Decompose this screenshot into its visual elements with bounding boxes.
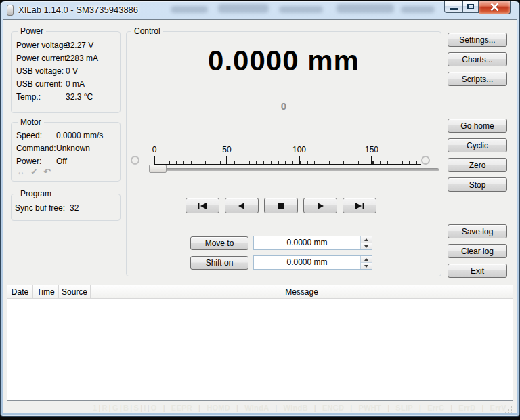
shift-on-value[interactable]: 0.0000 mm (254, 256, 360, 269)
status-flag: SLIP (381, 403, 413, 413)
left-limit-indicator (131, 156, 139, 165)
status-flag: WindA (230, 403, 269, 413)
power-current-label: Power current: (16, 54, 69, 63)
zero-label: Zero (469, 161, 486, 170)
zero-button[interactable]: Zero (448, 158, 507, 172)
shift-on-spin-buttons (360, 256, 372, 269)
go-home-label: Go home (460, 121, 494, 131)
log-header-message: Message (91, 285, 513, 298)
status-flag: PWHT (344, 403, 381, 413)
minimize-icon (450, 8, 458, 10)
save-log-label: Save log (462, 227, 494, 236)
power-voltage-value: 32.27 V (66, 41, 93, 50)
move-to-button-label: Move to (205, 238, 234, 248)
spin-down-button[interactable] (361, 263, 372, 269)
window-titlebar[interactable]: XILab 1.14.0 - SM3735943886 (0, 1, 520, 19)
exit-button[interactable]: Exit (448, 264, 507, 278)
scale-baseline (154, 164, 421, 165)
exit-label: Exit (471, 266, 484, 276)
motor-group-title: Motor (18, 117, 44, 127)
skip-to-end-button[interactable] (343, 198, 376, 213)
slider-handle[interactable] (149, 165, 167, 173)
right-limit-indicator (421, 156, 430, 165)
status-flag: ErrC (413, 403, 444, 413)
status-flag: B (118, 403, 129, 413)
scale-tick-100: 100 (292, 145, 306, 154)
log-header-source: Source (59, 285, 91, 298)
temp-label: Temp.: (16, 92, 41, 102)
move-to-spin-buttons (360, 236, 372, 249)
stop-button[interactable]: Stop (448, 177, 507, 192)
temp-value: 32.3 °C (66, 92, 93, 102)
close-button[interactable] (479, 1, 511, 14)
spin-up-button[interactable] (361, 256, 372, 263)
usb-current-label: USB current: (16, 79, 63, 89)
status-flag: O (146, 403, 157, 413)
speed-value: 0.0000 mm/s (56, 131, 103, 140)
jog-right-icon (314, 202, 326, 210)
speed-label: Speed: (16, 131, 42, 140)
shift-on-button[interactable]: Shift on (190, 256, 248, 270)
status-bar: 1RGBSIOEEPRHOMDWindAWindBENCDPWHTSLIPErr… (41, 403, 506, 413)
log-table-body[interactable] (7, 299, 513, 400)
move-to-button[interactable]: Move to (190, 236, 248, 250)
save-log-button[interactable]: Save log (448, 224, 507, 238)
stop-label: Stop (469, 180, 486, 190)
status-flag: ErrV (475, 403, 506, 413)
program-group-title: Program (18, 189, 54, 198)
move-arrow-icon: ↔ (16, 167, 25, 177)
jog-right-button[interactable] (303, 198, 337, 213)
status-flag: ENCD (308, 403, 345, 413)
power-group-title: Power (18, 26, 46, 36)
position-secondary-value: 0 (126, 100, 441, 112)
sync-buf-label: Sync buf free: (15, 203, 65, 213)
window-controls (444, 1, 511, 14)
usb-voltage-label: USB voltage: (16, 66, 64, 76)
go-home-button[interactable]: Go home (448, 119, 507, 133)
spin-up-button[interactable] (361, 236, 372, 243)
charts-label: Charts... (462, 55, 492, 64)
settings-button[interactable]: Settings... (448, 33, 507, 47)
control-group-title: Control (131, 26, 163, 36)
app-icon[interactable] (7, 5, 14, 16)
maximize-button[interactable] (462, 1, 479, 13)
shift-on-input[interactable]: 0.0000 mm (253, 255, 372, 270)
clear-log-button[interactable]: Clear log (448, 244, 507, 258)
minimize-button[interactable] (444, 1, 462, 13)
status-flag: ErrD (444, 403, 475, 413)
scripts-button[interactable]: Scripts... (448, 72, 507, 86)
log-table: Date Time Source Message (7, 285, 513, 401)
arrow-up-icon (364, 258, 368, 261)
check-icon: ✓ (30, 167, 38, 177)
move-to-input[interactable]: 0.0000 mm (253, 236, 372, 250)
log-header-date: Date (7, 285, 33, 298)
log-header-time: Time (33, 285, 59, 298)
power-voltage-label: Power voltage: (16, 41, 70, 50)
jog-left-button[interactable] (225, 198, 259, 213)
charts-button[interactable]: Charts... (448, 52, 507, 66)
status-flag: G (108, 403, 118, 413)
status-flag: I (139, 403, 146, 413)
scale-tick-0: 0 (152, 145, 157, 154)
screen: XILab 1.14.0 - SM3735943886 Power Power … (0, 0, 520, 420)
slider-track[interactable] (150, 168, 439, 171)
jog-left-icon (236, 202, 248, 210)
move-to-value[interactable]: 0.0000 mm (254, 236, 360, 249)
skip-to-start-button[interactable] (186, 198, 219, 213)
status-flag: EEPR (157, 403, 192, 413)
spin-down-button[interactable] (361, 243, 372, 249)
stop-motion-button[interactable] (264, 198, 298, 213)
undo-arrow-icon: ↶ (43, 167, 51, 177)
status-flag: WindB (269, 403, 307, 413)
power-current-value: 2283 mA (66, 54, 98, 63)
cyclic-button[interactable]: Cyclic (448, 138, 507, 152)
usb-current-value: 0 mA (66, 79, 85, 89)
status-flag: HOMD (192, 403, 230, 413)
cyclic-label: Cyclic (467, 141, 488, 150)
resize-grip-icon[interactable] (505, 406, 506, 408)
log-table-header: Date Time Source Message (7, 285, 513, 299)
scripts-label: Scripts... (462, 75, 494, 84)
shift-on-button-label: Shift on (206, 258, 234, 268)
arrow-down-icon (364, 245, 368, 248)
skip-to-start-icon (196, 202, 209, 210)
